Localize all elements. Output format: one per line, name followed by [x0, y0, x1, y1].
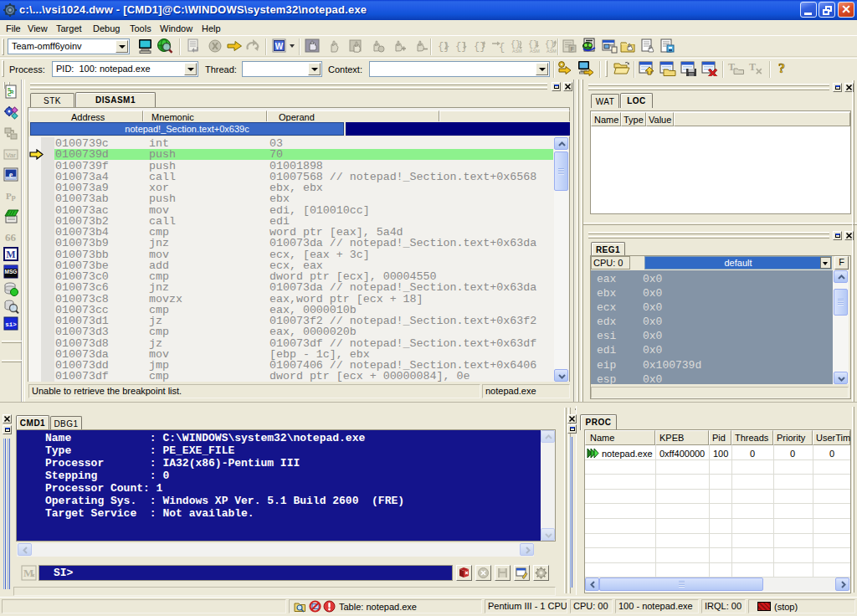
svg-text:si>: si>	[5, 321, 17, 328]
svg-text:MSG: MSG	[5, 269, 18, 275]
svg-text:Var: Var	[6, 151, 16, 159]
svg-text:66: 66	[5, 231, 17, 244]
svg-text:W: W	[275, 42, 284, 51]
svg-text:Pp: Pp	[6, 191, 16, 201]
svg-text:T: T	[749, 61, 756, 73]
svg-text:?: ?	[778, 61, 785, 75]
svg-text:F: F	[571, 46, 575, 52]
svg-text:{: {	[499, 42, 505, 54]
svg-text:ASM: ASM	[512, 49, 522, 54]
svg-text:ASM: ASM	[547, 49, 557, 54]
svg-text:e: e	[9, 170, 13, 179]
svg-text:{}: {}	[438, 41, 449, 53]
svg-text:M: M	[6, 249, 15, 260]
svg-text:M: M	[23, 567, 33, 579]
svg-text:ASM: ASM	[530, 49, 540, 54]
